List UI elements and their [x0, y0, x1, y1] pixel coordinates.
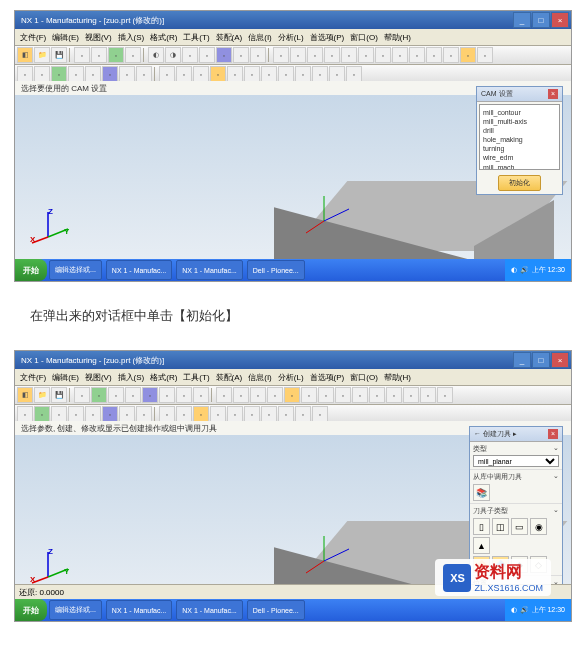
menu-info[interactable]: 信息(I): [245, 31, 275, 44]
tool-icon[interactable]: ▫: [74, 47, 90, 63]
tool-icon[interactable]: ▫: [34, 66, 50, 82]
tool-icon[interactable]: ▫: [460, 47, 476, 63]
minimize-button[interactable]: _: [513, 352, 531, 368]
cam-list[interactable]: mill_contour mill_multi-axis drill hole_…: [479, 104, 560, 170]
list-item[interactable]: turning: [483, 144, 556, 153]
tool-icon[interactable]: ▫: [301, 387, 317, 403]
tool-icon[interactable]: ▫: [375, 47, 391, 63]
menu-tools[interactable]: 工具(T): [180, 31, 212, 44]
tool-icon[interactable]: ▫: [341, 47, 357, 63]
tool-icon[interactable]: ▫: [176, 387, 192, 403]
tool-save-icon[interactable]: 💾: [51, 47, 67, 63]
tool-icon[interactable]: ▫: [199, 47, 215, 63]
tool-icon[interactable]: ▫: [233, 47, 249, 63]
tool-type-icon[interactable]: ▭: [511, 518, 528, 535]
tool-icon[interactable]: ▫: [136, 406, 152, 422]
tool-icon[interactable]: ▫: [68, 66, 84, 82]
tool-icon[interactable]: ◑: [165, 47, 181, 63]
tool-icon[interactable]: ▫: [182, 47, 198, 63]
tool-icon[interactable]: ▫: [312, 406, 328, 422]
tool-icon[interactable]: ▫: [386, 387, 402, 403]
menu-tools[interactable]: 工具(T): [180, 371, 212, 384]
list-item[interactable]: wire_edm: [483, 153, 556, 162]
chevron-icon[interactable]: ⌄: [553, 472, 559, 482]
tool-icon[interactable]: ▫: [119, 66, 135, 82]
menu-view[interactable]: 视图(V): [82, 371, 115, 384]
menu-assembly[interactable]: 装配(A): [213, 31, 246, 44]
tool-icon[interactable]: ▫: [91, 387, 107, 403]
tool-icon[interactable]: ▫: [210, 406, 226, 422]
menu-window[interactable]: 窗口(O): [347, 31, 381, 44]
list-item[interactable]: mill_multi-axis: [483, 117, 556, 126]
task-item[interactable]: 编辑选择或...: [49, 600, 102, 620]
tool-icon[interactable]: ▫: [261, 66, 277, 82]
tool-icon[interactable]: ▫: [193, 66, 209, 82]
tool-icon[interactable]: ▫: [227, 66, 243, 82]
menu-prefs[interactable]: 首选项(P): [307, 31, 348, 44]
tool-icon[interactable]: ▫: [329, 66, 345, 82]
tool-icon[interactable]: ▫: [51, 66, 67, 82]
menu-info[interactable]: 信息(I): [245, 371, 275, 384]
tool-icon[interactable]: ▫: [136, 66, 152, 82]
tool-icon[interactable]: ▫: [176, 406, 192, 422]
tool-icon[interactable]: ▫: [119, 406, 135, 422]
tool-icon[interactable]: 💾: [51, 387, 67, 403]
menu-insert[interactable]: 插入(S): [115, 31, 148, 44]
tool-icon[interactable]: ▫: [17, 66, 33, 82]
maximize-button[interactable]: □: [532, 352, 550, 368]
tool-icon[interactable]: ▫: [159, 406, 175, 422]
tool-icon[interactable]: ▫: [278, 406, 294, 422]
tool-icon[interactable]: ▫: [267, 387, 283, 403]
tool-type-icon[interactable]: ◉: [530, 518, 547, 535]
tool-icon[interactable]: ▫: [250, 387, 266, 403]
tool-icon[interactable]: ▫: [102, 406, 118, 422]
tool-icon[interactable]: ▫: [176, 66, 192, 82]
tool-icon[interactable]: ▫: [352, 387, 368, 403]
list-item[interactable]: mill_mach: [483, 163, 556, 170]
tool-icon[interactable]: ▫: [250, 47, 266, 63]
task-item[interactable]: Dell - Pionee...: [247, 260, 305, 280]
tool-new-icon[interactable]: ◧: [17, 47, 33, 63]
system-tray[interactable]: ◐🔊上午 12:30: [505, 259, 571, 281]
type-select[interactable]: mill_planar: [473, 455, 559, 467]
tool-icon[interactable]: ▫: [295, 66, 311, 82]
system-tray[interactable]: ◐🔊上午 12:30: [505, 599, 571, 621]
tool-icon[interactable]: ▫: [307, 47, 323, 63]
tool-icon[interactable]: ▫: [403, 387, 419, 403]
menu-analyze[interactable]: 分析(L): [275, 371, 307, 384]
close-button[interactable]: ×: [551, 12, 569, 28]
tool-icon[interactable]: ▫: [443, 47, 459, 63]
tool-icon[interactable]: ▫: [233, 387, 249, 403]
tool-icon[interactable]: ▫: [74, 387, 90, 403]
list-item[interactable]: drill: [483, 126, 556, 135]
tool-open-icon[interactable]: 📁: [34, 47, 50, 63]
close-icon[interactable]: ×: [548, 429, 558, 439]
tool-icon[interactable]: ▫: [420, 387, 436, 403]
lib-icon[interactable]: 📚: [473, 484, 490, 501]
tool-icon[interactable]: ◧: [17, 387, 33, 403]
task-item[interactable]: NX 1 - Manufac...: [106, 600, 172, 620]
tool-icon[interactable]: ▫: [318, 387, 334, 403]
task-item[interactable]: Dell - Pionee...: [247, 600, 305, 620]
maximize-button[interactable]: □: [532, 12, 550, 28]
tool-icon[interactable]: ▫: [335, 387, 351, 403]
menu-analyze[interactable]: 分析(L): [275, 31, 307, 44]
tool-icon[interactable]: ▫: [193, 406, 209, 422]
tool-icon[interactable]: ▫: [210, 66, 226, 82]
close-button[interactable]: ×: [551, 352, 569, 368]
tool-icon[interactable]: ▫: [278, 66, 294, 82]
tool-icon[interactable]: ▫: [159, 66, 175, 82]
tool-icon[interactable]: ▫: [369, 387, 385, 403]
task-item[interactable]: 编辑选择或...: [49, 260, 102, 280]
tool-icon[interactable]: ▫: [108, 47, 124, 63]
tool-icon[interactable]: ▫: [324, 47, 340, 63]
tool-icon[interactable]: ▫: [290, 47, 306, 63]
menu-edit[interactable]: 编辑(E): [49, 31, 82, 44]
tool-icon[interactable]: ▫: [437, 387, 453, 403]
tool-icon[interactable]: ▫: [125, 47, 141, 63]
menu-format[interactable]: 格式(R): [147, 371, 180, 384]
tool-icon[interactable]: ▫: [91, 47, 107, 63]
tool-icon[interactable]: ▫: [216, 47, 232, 63]
tool-icon[interactable]: ▫: [346, 66, 362, 82]
menu-file[interactable]: 文件(F): [17, 31, 49, 44]
